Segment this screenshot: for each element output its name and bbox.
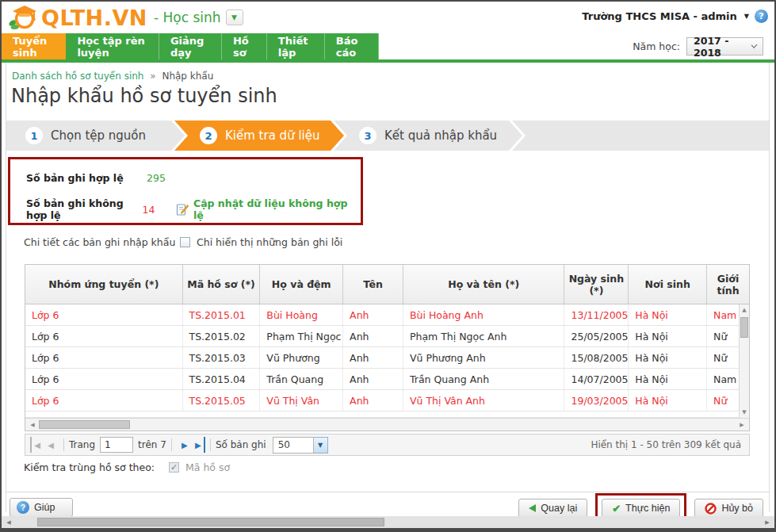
scroll-left-icon[interactable]: ◀: [27, 419, 38, 430]
vertical-scroll-thumb[interactable]: [740, 317, 748, 338]
wizard-step-1[interactable]: 1 Chọn tệp nguồn: [6, 121, 185, 151]
step-label: Kiểm tra dữ liệu: [225, 128, 320, 143]
scroll-right-icon[interactable]: ▶: [736, 419, 747, 430]
duplicate-check-row: Kiểm tra trùng hồ sơ theo: Mã hồ sơ: [24, 461, 230, 473]
module-dropdown-button[interactable]: ▼: [226, 10, 243, 25]
page-title: Nhập khẩu hồ sơ tuyển sinh: [11, 85, 277, 107]
last-page-icon[interactable]: ▶: [193, 437, 205, 453]
column-header[interactable]: Nhóm ứng tuyển (*): [25, 265, 183, 304]
table-cell: TS.2015.04: [183, 369, 261, 389]
table-cell: Anh: [343, 326, 403, 346]
step-number: 2: [200, 127, 217, 144]
check-icon: ✔: [612, 503, 621, 515]
no-entry-icon: [705, 503, 717, 515]
column-header[interactable]: Họ và đệm: [260, 265, 343, 304]
footer-divider: [6, 492, 769, 492]
table-row[interactable]: Lớp 6TS.2015.03Vũ PhươngAnhVũ Phương Anh…: [25, 347, 749, 369]
table-cell: TS.2015.01: [183, 304, 261, 325]
school-year-picker: Năm học: 2017 - 2018: [633, 37, 763, 55]
help-icon[interactable]: ?: [755, 10, 768, 23]
arrow-left-icon: [529, 504, 536, 512]
table-cell: Anh: [343, 390, 403, 411]
invalid-records-value: 14: [142, 204, 174, 216]
table-cell: 25/05/2005: [564, 326, 629, 346]
chevron-down-icon: ▼: [314, 437, 328, 454]
column-header[interactable]: Mã hồ sơ (*): [183, 265, 261, 304]
wizard-step-2-active[interactable]: 2 Kiểm tra dữ liệu: [174, 121, 344, 151]
vertical-scrollbar[interactable]: ▲ ▼: [739, 304, 749, 418]
execute-button[interactable]: ✔ Thực hiện: [602, 499, 680, 518]
table-cell: Phạm Thị Ngọc: [260, 326, 343, 346]
scroll-down-icon[interactable]: ▼: [740, 407, 749, 418]
school-year-label: Năm học:: [633, 40, 680, 52]
duplicate-check-checkbox[interactable]: [169, 462, 179, 473]
page-number-input[interactable]: [100, 437, 133, 453]
school-year-value: 2017 - 2018: [694, 35, 752, 59]
horizontal-scroll-thumb[interactable]: [39, 420, 130, 429]
help-icon: ?: [17, 501, 29, 514]
scroll-up-icon[interactable]: ▲: [740, 304, 749, 316]
prev-page-icon[interactable]: ◀: [43, 437, 59, 453]
breadcrumb-link[interactable]: Danh sách hồ sơ tuyển sinh: [12, 71, 143, 82]
table-cell: Hà Nội: [629, 369, 707, 389]
page-size-value: 50: [273, 437, 314, 454]
tab-bao-cao[interactable]: Báo cáo: [325, 33, 379, 59]
logo[interactable]: QLTH.VN - Học sinh ▼: [8, 4, 243, 31]
back-button[interactable]: Quay lại: [518, 499, 587, 518]
school-year-select[interactable]: 2017 - 2018: [686, 37, 763, 55]
scroll-right-icon[interactable]: ▶: [762, 517, 773, 527]
update-invalid-data-link[interactable]: Cập nhật dữ liệu không hợp lệ: [176, 197, 354, 221]
detail-row: Chi tiết các bản ghi nhập khẩu Chỉ hiển …: [24, 236, 342, 248]
column-header[interactable]: Giới tính: [707, 265, 749, 304]
divider: [171, 438, 172, 451]
page-size-select[interactable]: 50 ▼: [273, 437, 328, 454]
table-row[interactable]: Lớp 6TS.2015.01Bùi HoàngAnhBùi Hoàng Anh…: [25, 304, 749, 326]
help-button[interactable]: ? Giúp: [10, 498, 73, 517]
column-header[interactable]: Tên: [343, 265, 403, 304]
first-page-icon[interactable]: ◀: [30, 437, 43, 453]
top-bar: QLTH.VN - Học sinh ▼ Trường THCS MISA - …: [2, 2, 774, 33]
table-row[interactable]: Lớp 6TS.2015.02Phạm Thị NgọcAnhPhạm Thị …: [25, 326, 749, 347]
brand-text: QLTH.VN: [41, 6, 147, 30]
cancel-button[interactable]: Hủy bỏ: [694, 499, 763, 518]
table-row[interactable]: Lớp 6TS.2015.05Vũ Thị VânAnhVũ Thị Vân A…: [25, 390, 749, 411]
next-page-icon[interactable]: ▶: [177, 437, 193, 453]
column-header[interactable]: Họ và tên (*): [403, 265, 565, 304]
results-summary: Hiển thị 1 - 50 trên 309 kết quả: [591, 439, 744, 450]
error-only-checkbox[interactable]: [180, 237, 190, 247]
tab-hoc-tap-ren-luyen[interactable]: Học tập rèn luyện: [66, 33, 159, 59]
scroll-left-icon[interactable]: ◀: [3, 517, 14, 527]
step-label: Chọn tệp nguồn: [51, 128, 146, 143]
column-header[interactable]: Nơi sinh: [629, 265, 707, 304]
table-cell: Anh: [343, 304, 403, 325]
table-cell: Bùi Hoàng Anh: [403, 304, 565, 325]
execute-button-label: Thực hiện: [625, 503, 670, 514]
tab-ho-so[interactable]: Hồ sơ: [222, 33, 267, 59]
step-number: 1: [25, 127, 43, 144]
detail-label: Chi tiết các bản ghi nhập khẩu: [24, 236, 180, 248]
account-menu[interactable]: Trường THCS MISA - admin: [582, 10, 737, 22]
divider: [210, 438, 211, 451]
breadcrumb: Danh sách hồ sơ tuyển sinh » Nhập khẩu: [12, 71, 213, 82]
divider: [63, 438, 64, 451]
nav-underline: [2, 59, 774, 63]
grid-horizontal-scrollbar[interactable]: ◀ ▶: [25, 418, 749, 431]
chevron-down-icon[interactable]: ▼: [744, 13, 749, 20]
page-size-label: Số bản ghi: [216, 439, 266, 450]
tab-tuyen-sinh[interactable]: Tuyển sinh: [2, 33, 66, 59]
tab-giang-day[interactable]: Giảng dạy: [159, 33, 222, 59]
step-number: 3: [359, 127, 377, 144]
page-scroll-thumb[interactable]: [37, 518, 384, 526]
valid-records-value: 295: [147, 172, 180, 184]
table-row[interactable]: Lớp 6TS.2015.04Trần QuangAnhTrần Quang A…: [25, 369, 749, 390]
wizard-step-3[interactable]: 3 Kết quả nhập khẩu: [334, 121, 522, 151]
column-header[interactable]: Ngày sinh (*): [564, 265, 629, 304]
table-cell: 14/07/2005: [564, 369, 629, 389]
page-horizontal-scrollbar[interactable]: ◀ ▶: [2, 516, 774, 528]
invalid-records-label: Số bản ghi không hợp lệ: [26, 197, 142, 221]
table-cell: Trần Quang Anh: [403, 369, 565, 389]
table-cell: 15/08/2005: [564, 347, 629, 368]
tab-thiet-lap[interactable]: Thiết lập: [267, 33, 325, 59]
table-cell: Vũ Thị Vân Anh: [403, 390, 565, 411]
record-summary-annotation-box: Số bản ghi hợp lệ 295 Số bản ghi không h…: [8, 157, 363, 225]
